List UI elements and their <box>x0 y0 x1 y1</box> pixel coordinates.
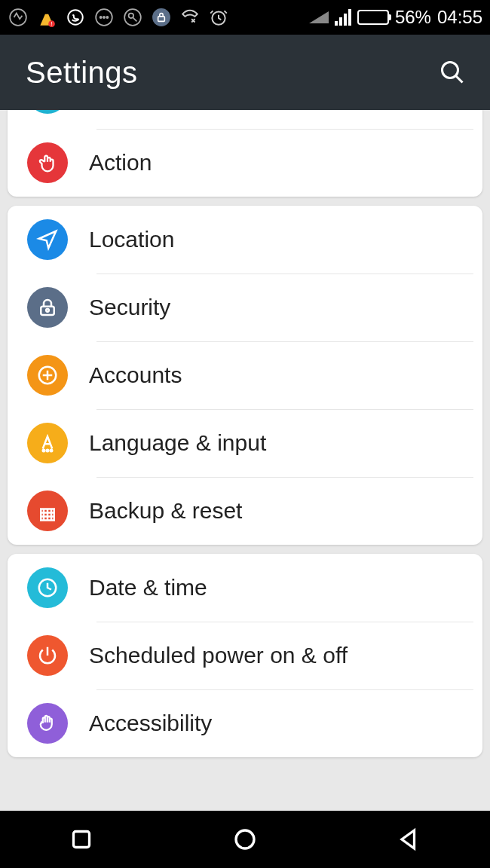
svg-point-10 <box>152 8 170 26</box>
svg-point-5 <box>100 17 102 18</box>
settings-item-label: Language & input <box>89 430 266 456</box>
search-button[interactable] <box>436 56 469 89</box>
svg-point-6 <box>103 17 105 18</box>
settings-item-power[interactable]: Scheduled power on & off <box>8 622 482 689</box>
key-icon <box>122 7 143 28</box>
svg-point-3 <box>68 10 83 25</box>
missed-call-icon <box>179 7 201 28</box>
paper-plane-icon <box>27 219 68 260</box>
clock-icon <box>27 567 68 608</box>
svg-point-23 <box>51 450 53 452</box>
app-notif-1-icon <box>8 7 29 28</box>
svg-point-22 <box>47 450 49 452</box>
power-icon <box>27 635 68 676</box>
settings-item-location[interactable]: Location <box>8 206 482 274</box>
settings-item-label: Location <box>89 227 174 252</box>
app-header: Settings <box>0 35 490 110</box>
home-button[interactable] <box>226 821 264 858</box>
navigation-bar <box>0 811 490 868</box>
letter-a-icon <box>27 423 68 463</box>
settings-item-accessibility[interactable]: Accessibility <box>8 689 482 757</box>
svg-rect-25 <box>74 832 90 848</box>
circle-icon <box>231 826 259 853</box>
settings-item-label: Accessibility <box>89 711 212 736</box>
hand-icon <box>27 142 68 183</box>
status-bar-left: ! <box>8 7 229 28</box>
settings-list[interactable]: Apps Action Location Security <box>0 110 490 811</box>
status-bar-right: 56% 04:55 <box>309 7 482 28</box>
lock-icon <box>27 287 68 328</box>
cleaner-icon: ! <box>36 7 57 28</box>
settings-item-security[interactable]: Security <box>8 274 482 341</box>
battery-percent: 56% <box>395 7 431 28</box>
lock-notif-icon <box>151 7 172 28</box>
signal-bars-icon <box>335 9 351 26</box>
settings-group: Location Security Accounts Language & in… <box>8 206 482 545</box>
hand-open-icon <box>27 703 68 744</box>
settings-item-apps[interactable]: Apps <box>8 110 482 129</box>
whatsapp-icon <box>65 7 86 28</box>
battery-icon <box>357 10 389 25</box>
grid-icon <box>27 491 68 531</box>
alarm-icon <box>208 7 229 28</box>
recent-apps-button[interactable] <box>63 821 100 858</box>
settings-item-label: Action <box>89 150 152 176</box>
phone-screen: ! 56% 04:55 Settings <box>0 0 490 868</box>
message-icon <box>93 7 115 28</box>
triangle-back-icon <box>395 826 422 853</box>
settings-item-language[interactable]: Language & input <box>8 409 482 477</box>
svg-point-21 <box>43 450 45 452</box>
settings-item-label: Accounts <box>89 362 182 388</box>
svg-point-26 <box>236 830 254 848</box>
back-button[interactable] <box>390 821 427 858</box>
settings-item-datetime[interactable]: Date & time <box>8 554 482 622</box>
settings-group: Date & time Scheduled power on & off Acc… <box>8 554 482 757</box>
settings-item-action[interactable]: Action <box>8 129 482 197</box>
signal-triangle-icon <box>309 11 329 23</box>
settings-item-label: Backup & reset <box>89 498 242 524</box>
settings-item-label: Security <box>89 295 170 320</box>
page-title: Settings <box>26 56 138 90</box>
svg-point-19 <box>46 309 49 312</box>
svg-point-7 <box>106 17 108 18</box>
settings-item-accounts[interactable]: Accounts <box>8 341 482 409</box>
settings-group: Apps Action <box>8 110 482 197</box>
square-icon <box>68 826 95 853</box>
search-icon <box>439 59 466 86</box>
apps-icon <box>27 110 68 114</box>
settings-item-label: Date & time <box>89 575 207 601</box>
settings-item-backup[interactable]: Backup & reset <box>8 477 482 545</box>
plus-circle-icon <box>27 355 68 396</box>
clock: 04:55 <box>437 7 482 28</box>
status-bar: ! 56% 04:55 <box>0 0 490 35</box>
svg-point-13 <box>443 63 458 78</box>
svg-text:!: ! <box>51 20 52 27</box>
settings-item-label: Scheduled power on & off <box>89 643 348 668</box>
